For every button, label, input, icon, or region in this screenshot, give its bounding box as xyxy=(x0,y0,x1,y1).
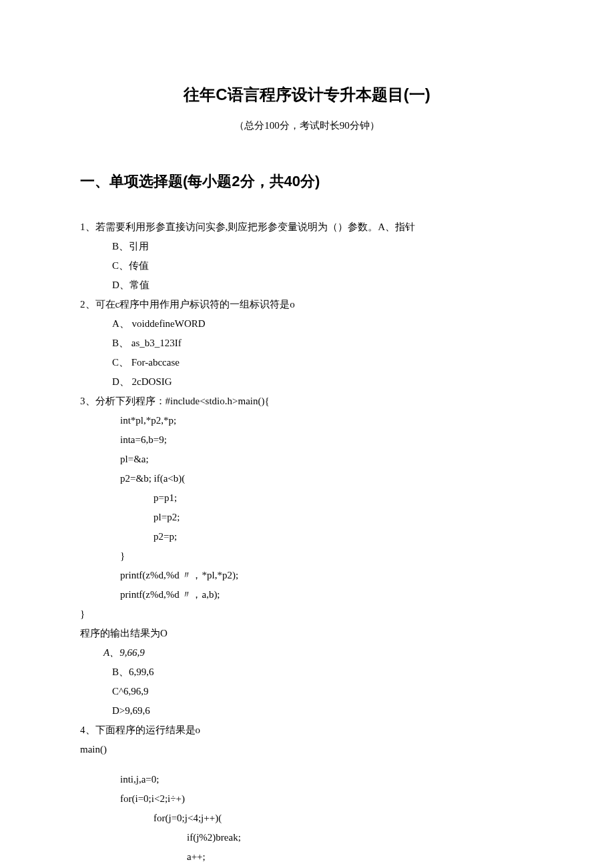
question-2: 2、可在c程序中用作用户标识符的一组标识符是o xyxy=(80,296,534,314)
question-1: 1、若需要利用形参直接访问实参,则应把形参变量说明为（）参数。A、指针 xyxy=(80,218,534,236)
q4-code-line: for(j=0;j<4;j++)( xyxy=(154,809,534,827)
q1-option-b: B、引用 xyxy=(112,238,534,256)
q2-option-c: C、 For-abccase xyxy=(112,354,534,372)
q1-option-d: D、常值 xyxy=(112,276,534,294)
q3-code-line: printf(z%d,%d 〃，a,b); xyxy=(120,586,534,604)
q1-option-c: C、传值 xyxy=(112,257,534,275)
q4-code-line: inti,j,a=0; xyxy=(120,771,534,789)
q2-option-b: B、 as_b3_123If xyxy=(112,334,534,352)
q3-code-line: } xyxy=(120,547,534,565)
question-3: 3、分析下列程序：#include<stdio.h>main(){ xyxy=(80,392,534,410)
q4-code-line: for(i=0;i<2;i÷+) xyxy=(120,790,534,808)
q3-option-b: B、6,99,6 xyxy=(112,663,534,681)
q3-code-line: printf(z%d,%d 〃，*pl,*p2); xyxy=(120,566,534,584)
q3-option-c: C^6,96,9 xyxy=(112,683,534,701)
q3-code-line: inta=6,b=9; xyxy=(120,431,534,449)
q2-option-a: A、 voiddefineWORD xyxy=(112,315,534,333)
q4-main: main() xyxy=(80,741,534,759)
q4-code-line: a++; xyxy=(187,848,534,866)
q4-code-line: if(j%2)break; xyxy=(187,829,534,847)
q3-code-line: p=p1; xyxy=(154,489,534,507)
q3-code-line: p2=p; xyxy=(154,528,534,546)
section-header: 一、单项选择题(每小题2分，共40分) xyxy=(80,168,534,195)
q3-code-line: p2=&b; if(a<b)( xyxy=(120,470,534,488)
q3-code-line: pl=p2; xyxy=(154,508,534,526)
document-subtitle: （总分100分，考试时长90分钟） xyxy=(80,117,534,135)
q2-option-d: D、 2cDOSIG xyxy=(112,373,534,391)
question-4: 4、下面程序的运行结果是o xyxy=(80,721,534,739)
q3-option-a: A、9,66,9 xyxy=(103,644,534,662)
q3-result-text: 程序的输出结果为O xyxy=(80,624,534,642)
q3-code-line: int*pl,*p2,*p; xyxy=(120,412,534,430)
q3-code-line: pl=&a; xyxy=(120,450,534,468)
q3-code-end: } xyxy=(80,605,534,623)
q3-option-d: D>9,69,6 xyxy=(112,702,534,720)
document-title: 往年C语言程序设计专升本题目(一) xyxy=(80,80,534,109)
